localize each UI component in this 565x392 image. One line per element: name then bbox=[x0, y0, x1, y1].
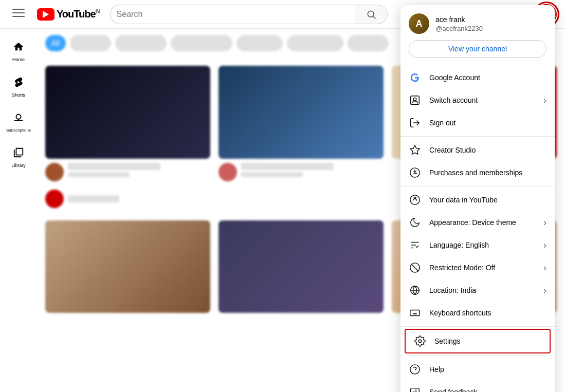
language-chevron: › bbox=[543, 240, 546, 251]
sidebar-item-shorts[interactable]: Shorts bbox=[2, 70, 35, 104]
sidebar-library-label: Library bbox=[11, 163, 26, 168]
video-card-4[interactable] bbox=[45, 190, 210, 212]
menu-item-sign-out[interactable]: Sign out bbox=[400, 111, 555, 134]
location-chevron: › bbox=[543, 285, 546, 296]
menu-item-appearance[interactable]: Appearance: Device theme › bbox=[400, 211, 555, 234]
dropdown-user-avatar: A bbox=[409, 13, 429, 34]
menu-item-settings[interactable]: Settings bbox=[405, 329, 551, 353]
svg-point-6 bbox=[413, 98, 416, 101]
purchases-label: Purchases and memberships bbox=[429, 169, 546, 177]
home-icon bbox=[13, 41, 24, 55]
hamburger-button[interactable] bbox=[8, 3, 29, 26]
svg-rect-19 bbox=[410, 310, 420, 316]
chip-all[interactable]: All bbox=[45, 35, 66, 51]
send-feedback-label: Send feedback bbox=[429, 388, 546, 392]
language-label: Language: English bbox=[429, 241, 535, 249]
chip-4[interactable] bbox=[236, 35, 283, 51]
location-icon bbox=[409, 284, 421, 296]
purchases-icon bbox=[409, 166, 421, 179]
svg-rect-0 bbox=[12, 9, 25, 10]
divider-5 bbox=[400, 356, 555, 356]
menu-item-restricted-mode[interactable]: Restricted Mode: Off › bbox=[400, 256, 555, 279]
subscriptions-icon bbox=[13, 112, 24, 126]
switch-account-icon bbox=[409, 94, 421, 106]
restricted-mode-chevron: › bbox=[543, 263, 546, 273]
dropdown-menu: A ace frank @acefrank2230 View your chan… bbox=[400, 5, 555, 392]
svg-marker-8 bbox=[410, 145, 420, 154]
google-account-label: Google Account bbox=[429, 73, 546, 82]
your-data-icon bbox=[409, 194, 421, 206]
shorts-icon bbox=[13, 77, 24, 90]
sign-out-icon bbox=[409, 117, 421, 129]
menu-item-language[interactable]: Language: English › bbox=[400, 234, 555, 256]
chip-2[interactable] bbox=[115, 35, 167, 51]
video-card-2[interactable] bbox=[218, 66, 384, 181]
keyboard-icon bbox=[409, 307, 421, 319]
menu-item-google-account[interactable]: Google Account bbox=[400, 66, 555, 89]
menu-item-your-data[interactable]: Your data in YouTube bbox=[400, 189, 555, 211]
search-input[interactable] bbox=[110, 5, 355, 24]
youtube-logo[interactable]: YouTubeIN bbox=[37, 8, 100, 21]
creator-studio-label: Creator Studio bbox=[429, 146, 546, 154]
video-thumb-2 bbox=[218, 66, 384, 159]
search-bar bbox=[110, 5, 388, 24]
menu-item-switch-account[interactable]: Switch account › bbox=[400, 89, 555, 111]
location-label: Location: India bbox=[429, 286, 535, 294]
keyboard-shortcuts-label: Keyboard shortcuts bbox=[429, 309, 546, 317]
switch-account-chevron: › bbox=[543, 95, 546, 106]
svg-line-4 bbox=[373, 16, 375, 18]
language-icon bbox=[409, 239, 421, 251]
restricted-mode-icon bbox=[409, 262, 421, 274]
video-thumb-1 bbox=[45, 66, 210, 159]
country-badge: IN bbox=[96, 9, 100, 14]
google-icon bbox=[409, 71, 421, 84]
sidebar-item-subscriptions[interactable]: Subscriptions bbox=[2, 106, 35, 139]
video-card-1[interactable] bbox=[45, 66, 210, 181]
menu-item-help[interactable]: Help bbox=[400, 358, 555, 381]
youtube-logo-icon bbox=[37, 8, 54, 21]
help-label: Help bbox=[429, 365, 546, 374]
divider-3 bbox=[400, 186, 555, 186]
sidebar-subs-label: Subscriptions bbox=[6, 128, 31, 133]
sidebar-home-label: Home bbox=[12, 57, 25, 62]
user-handle: @acefrank2230 bbox=[435, 25, 483, 32]
video-card-5[interactable] bbox=[45, 220, 210, 313]
svg-point-3 bbox=[368, 11, 374, 17]
sidebar: Home Shorts Subscriptions Library bbox=[0, 29, 37, 392]
settings-label: Settings bbox=[434, 337, 541, 345]
your-data-label: Your data in YouTube bbox=[429, 196, 546, 204]
user-name: ace frank bbox=[435, 15, 483, 24]
menu-item-location[interactable]: Location: India › bbox=[400, 279, 555, 302]
appearance-icon bbox=[409, 216, 421, 229]
creator-studio-icon bbox=[409, 144, 421, 156]
divider-2 bbox=[400, 136, 555, 137]
youtube-logo-text: YouTubeIN bbox=[57, 8, 100, 20]
menu-item-purchases[interactable]: Purchases and memberships bbox=[400, 161, 555, 184]
library-icon bbox=[13, 147, 24, 161]
sidebar-item-library[interactable]: Library bbox=[2, 141, 35, 174]
menu-item-keyboard-shortcuts[interactable]: Keyboard shortcuts bbox=[400, 302, 555, 324]
video-card-6[interactable] bbox=[218, 220, 384, 313]
chip-3[interactable] bbox=[171, 35, 232, 51]
sign-out-label: Sign out bbox=[429, 119, 546, 127]
user-header: A ace frank @acefrank2230 bbox=[400, 5, 555, 40]
menu-item-send-feedback[interactable]: Send feedback bbox=[400, 381, 555, 392]
svg-rect-1 bbox=[12, 12, 25, 13]
user-info: ace frank @acefrank2230 bbox=[435, 15, 483, 32]
help-icon bbox=[409, 363, 421, 376]
settings-icon bbox=[414, 335, 426, 347]
svg-rect-2 bbox=[12, 16, 25, 17]
view-channel-link[interactable]: View your channel bbox=[409, 40, 546, 58]
feedback-icon bbox=[409, 386, 421, 392]
menu-item-creator-studio[interactable]: Creator Studio bbox=[400, 139, 555, 161]
sidebar-shorts-label: Shorts bbox=[12, 92, 25, 98]
switch-account-label: Switch account bbox=[429, 96, 535, 104]
sidebar-item-home[interactable]: Home bbox=[2, 35, 35, 68]
search-button[interactable] bbox=[355, 5, 388, 24]
chip-1[interactable] bbox=[70, 35, 111, 51]
chip-5[interactable] bbox=[287, 35, 343, 51]
appearance-chevron: › bbox=[543, 217, 546, 228]
chip-6[interactable] bbox=[348, 35, 389, 51]
restricted-mode-label: Restricted Mode: Off bbox=[429, 264, 535, 272]
divider-4 bbox=[400, 326, 555, 327]
